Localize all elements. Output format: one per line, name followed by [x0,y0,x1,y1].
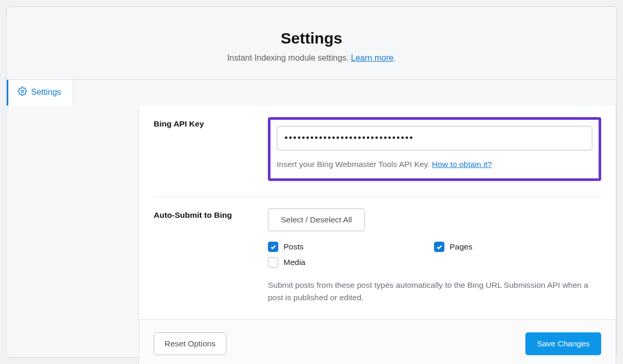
checkbox-posts-item: Posts [268,242,434,252]
section-auto-submit: Auto-Submit to Bing Select / Deselect Al… [154,197,601,319]
check-icon [436,244,443,250]
save-changes-button[interactable]: Save Changes [525,332,601,355]
reset-options-button[interactable]: Reset Options [154,332,226,355]
check-icon [270,244,277,250]
page-title: Settings [17,30,606,47]
panel-header: Settings Instant Indexing module setting… [7,7,616,79]
auto-submit-label: Auto-Submit to Bing [154,208,268,304]
checkbox-label: Pages [450,242,472,251]
post-type-grid: Posts Pages Media [268,242,600,268]
api-key-highlight: Insert your Bing Webmaster Tools API Key… [268,117,601,181]
checkbox-label: Posts [283,242,304,251]
checkbox-label: Media [283,258,305,267]
tab-label: Settings [31,88,61,97]
checkbox-media-item: Media [268,257,434,268]
tabs-row: Settings [7,79,616,106]
page-subtitle: Instant Indexing module settings. Learn … [17,53,606,63]
settings-content: Bing API Key Insert your Bing Webmaster … [139,106,616,364]
checkbox-pages[interactable] [434,242,444,252]
svg-point-0 [21,90,24,93]
how-to-obtain-link[interactable]: How to obtain it? [432,160,492,169]
api-key-label: Bing API Key [154,117,268,181]
learn-more-link[interactable]: Learn more [351,53,394,62]
checkbox-media[interactable] [268,257,278,268]
checkbox-posts[interactable] [268,242,278,252]
footer-actions: Reset Options Save Changes [139,319,616,364]
left-gutter [7,106,139,364]
settings-panel: Settings Instant Indexing module setting… [6,6,617,358]
api-key-helper: Insert your Bing Webmaster Tools API Key… [277,160,592,169]
auto-submit-description: Submit posts from these post types autom… [268,279,600,304]
tab-settings[interactable]: Settings [7,80,73,106]
gear-icon [18,87,27,98]
section-api-key: Bing API Key Insert your Bing Webmaster … [139,106,616,197]
select-deselect-all-button[interactable]: Select / Deselect All [268,208,365,231]
api-key-input[interactable] [277,126,592,150]
checkbox-pages-item: Pages [434,242,600,252]
